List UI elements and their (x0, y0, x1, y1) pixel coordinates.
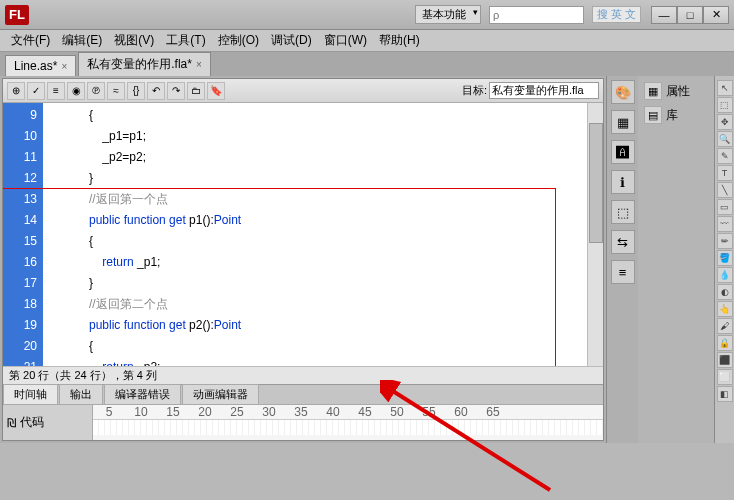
search-input[interactable] (489, 6, 584, 24)
menu-工具[interactable]: 工具(T) (160, 30, 211, 51)
dock-icon-1[interactable]: ▦ (611, 110, 635, 134)
tool-7[interactable]: ▭ (717, 199, 733, 215)
tool-5[interactable]: T (717, 165, 733, 181)
dock-icon-4[interactable]: ⬚ (611, 200, 635, 224)
toolbar-button-0[interactable]: ⊕ (7, 82, 25, 100)
line-gutter: 910111213141516171819202122 (3, 103, 43, 366)
right-dock: 🎨▦🅰ℹ⬚⇆≡ ▦ 属性 ▤ 库 (606, 76, 714, 443)
toolbar-button-2[interactable]: ≡ (47, 82, 65, 100)
bottom-tab[interactable]: 动画编辑器 (182, 384, 259, 405)
library-icon: ▤ (644, 106, 662, 124)
tool-13[interactable]: 👆 (717, 301, 733, 317)
toolbar-button-3[interactable]: ◉ (67, 82, 85, 100)
library-panel-button[interactable]: ▤ 库 (642, 104, 710, 126)
toolbar-button-1[interactable]: ✓ (27, 82, 45, 100)
search-language-indicator[interactable]: 搜 英 文 (592, 6, 641, 23)
tool-12[interactable]: ◐ (717, 284, 733, 300)
target-select[interactable] (489, 82, 599, 99)
tool-11[interactable]: 💧 (717, 267, 733, 283)
tool-3[interactable]: 🔍 (717, 131, 733, 147)
tool-8[interactable]: 〰 (717, 216, 733, 232)
properties-label: 属性 (666, 83, 690, 100)
tool-17[interactable]: ⬜ (717, 369, 733, 385)
tool-18[interactable]: ◧ (717, 386, 733, 402)
script-icon: ₪ (7, 416, 16, 430)
timeline-layer[interactable]: ₪ 代码 (3, 405, 93, 440)
editor-toolbar: ⊕✓≡◉℗≈{}↶↷🗀🔖目标: (3, 79, 603, 103)
document-tab[interactable]: Line.as*× (5, 55, 76, 76)
toolbar-button-9[interactable]: 🗀 (187, 82, 205, 100)
properties-panel-button[interactable]: ▦ 属性 (642, 80, 710, 102)
menubar: 文件(F)编辑(E)视图(V)工具(T)控制(O)调试(D)窗口(W)帮助(H) (0, 30, 734, 52)
tool-0[interactable]: ↖ (717, 80, 733, 96)
dock-icon-3[interactable]: ℹ (611, 170, 635, 194)
bottom-tab[interactable]: 时间轴 (3, 384, 58, 405)
close-icon[interactable]: × (61, 61, 67, 72)
menu-文件[interactable]: 文件(F) (5, 30, 56, 51)
layer-label: 代码 (20, 414, 44, 431)
timeline-panel: ₪ 代码 5101520253035404550556065 (3, 404, 603, 440)
menu-控制[interactable]: 控制(O) (212, 30, 265, 51)
toolbar-button-5[interactable]: ≈ (107, 82, 125, 100)
tool-15[interactable]: 🔒 (717, 335, 733, 351)
code-body[interactable]: { _p1=p1; _p2=p2; } //返回第一个点 public func… (43, 103, 587, 366)
toolbar-button-10[interactable]: 🔖 (207, 82, 225, 100)
timeline-ruler[interactable]: 5101520253035404550556065 (93, 405, 603, 440)
tool-9[interactable]: ✏ (717, 233, 733, 249)
bottom-tab[interactable]: 编译器错误 (104, 384, 181, 405)
bottom-tab[interactable]: 输出 (59, 384, 103, 405)
dock-icon-0[interactable]: 🎨 (611, 80, 635, 104)
tool-16[interactable]: ⬛ (717, 352, 733, 368)
titlebar: FL 基本功能 搜 英 文 — □ ✕ (0, 0, 734, 30)
timeline-track[interactable] (93, 419, 603, 435)
tool-2[interactable]: ✥ (717, 114, 733, 130)
window-controls: — □ ✕ (651, 6, 729, 24)
code-editor-panel: ⊕✓≡◉℗≈{}↶↷🗀🔖目标: 910111213141516171819202… (2, 78, 604, 441)
toolbar-button-8[interactable]: ↷ (167, 82, 185, 100)
menu-窗口[interactable]: 窗口(W) (318, 30, 373, 51)
library-label: 库 (666, 107, 678, 124)
tool-10[interactable]: 🪣 (717, 250, 733, 266)
tool-6[interactable]: ╲ (717, 182, 733, 198)
toolbar-button-4[interactable]: ℗ (87, 82, 105, 100)
menu-编辑[interactable]: 编辑(E) (56, 30, 108, 51)
maximize-button[interactable]: □ (677, 6, 703, 24)
app-logo: FL (5, 5, 29, 25)
workspace-mode-select[interactable]: 基本功能 (415, 5, 481, 24)
properties-icon: ▦ (644, 82, 662, 100)
dock-icon-5[interactable]: ⇆ (611, 230, 635, 254)
tools-panel: ↖⬚✥🔍✎T╲▭〰✏🪣💧◐👆🖌🔒⬛⬜◧ (714, 76, 734, 443)
document-tab[interactable]: 私有变量的作用.fla*× (78, 52, 211, 76)
minimize-button[interactable]: — (651, 6, 677, 24)
menu-帮助[interactable]: 帮助(H) (373, 30, 426, 51)
target-label: 目标: (462, 83, 487, 98)
dock-icon-6[interactable]: ≡ (611, 260, 635, 284)
menu-视图[interactable]: 视图(V) (108, 30, 160, 51)
vertical-scrollbar[interactable] (587, 103, 603, 366)
close-icon[interactable]: × (196, 59, 202, 70)
document-tabstrip: Line.as*×私有变量的作用.fla*× (0, 52, 734, 76)
toolbar-button-7[interactable]: ↶ (147, 82, 165, 100)
menu-调试[interactable]: 调试(D) (265, 30, 318, 51)
tool-14[interactable]: 🖌 (717, 318, 733, 334)
editor-statusbar: 第 20 行（共 24 行），第 4 列 (3, 366, 603, 384)
close-button[interactable]: ✕ (703, 6, 729, 24)
tool-4[interactable]: ✎ (717, 148, 733, 164)
dock-icon-2[interactable]: 🅰 (611, 140, 635, 164)
tool-1[interactable]: ⬚ (717, 97, 733, 113)
toolbar-button-6[interactable]: {} (127, 82, 145, 100)
bottom-tabstrip: 时间轴输出编译器错误动画编辑器 (3, 384, 603, 404)
